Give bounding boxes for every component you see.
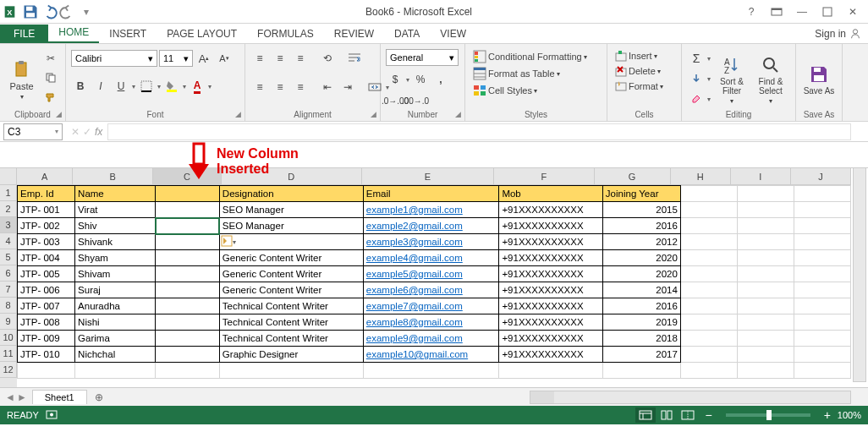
cell-C11[interactable] [156,347,220,363]
cell-F5[interactable]: +91XXXXXXXXXX [499,250,602,266]
cell-F6[interactable]: +91XXXXXXXXXX [499,266,602,282]
clear-icon[interactable] [687,90,706,108]
cell-E2[interactable]: example1@gmail.com [363,202,499,218]
row-header-8[interactable]: 8 [0,298,17,314]
sheet-nav-prev-icon[interactable]: ◄ [5,391,15,403]
fill-color-icon[interactable] [162,77,181,96]
zoom-level[interactable]: 100% [838,410,861,420]
cell-G3[interactable]: 2016 [602,218,680,234]
cell-C3[interactable] [156,218,220,234]
clipboard-launcher-icon[interactable]: ◢ [53,109,63,119]
orientation-icon[interactable]: ⟲ [318,49,337,68]
cell-I6[interactable] [737,266,794,282]
fill-icon[interactable] [687,69,706,88]
email-link[interactable]: example2@gmail.com [366,221,463,231]
cell-D5[interactable]: Generic Content Writer [219,250,363,266]
cell-G5[interactable]: 2020 [602,250,680,266]
column-header-G[interactable]: G [595,168,671,185]
name-box[interactable]: C3▾ [3,123,63,140]
row-header-5[interactable]: 5 [0,249,17,265]
cell-G6[interactable]: 2020 [602,266,680,282]
email-link[interactable]: example4@gmail.com [366,253,463,263]
row-header-10[interactable]: 10 [0,330,17,346]
cell-B10[interactable]: Garima [75,331,156,347]
cell-B11[interactable]: Nichchal [75,347,156,363]
redo-icon[interactable] [59,3,76,20]
cell-A4[interactable]: JTP- 003 [18,234,75,250]
cell-B8[interactable]: Anuradha [75,298,156,314]
email-link[interactable]: example6@gmail.com [366,285,463,295]
cell-A6[interactable]: JTP- 005 [18,266,75,282]
page-layout-view-icon[interactable] [656,407,677,423]
tab-data[interactable]: DATA [384,25,430,43]
cell-D2[interactable]: SEO Manager [219,202,363,218]
decrease-font-icon[interactable]: A▾ [215,49,233,68]
cell-H7[interactable] [680,282,737,298]
cell-F8[interactable]: +91XXXXXXXXXX [499,298,602,314]
email-link[interactable]: example7@gmail.com [366,301,463,311]
cell-H3[interactable] [680,218,737,234]
cell-C12[interactable] [156,363,220,379]
find-select-button[interactable]: Find & Select▾ [753,49,788,110]
column-header-E[interactable]: E [362,168,494,185]
minimize-icon[interactable]: — [790,3,814,20]
row-header-3[interactable]: 3 [0,217,17,233]
cell-F11[interactable]: +91XXXXXXXXXX [499,347,602,363]
close-icon[interactable]: ✕ [841,3,865,20]
cell-C7[interactable] [156,282,220,298]
insert-options-icon[interactable]: ▾ [221,235,236,247]
sheet-tab-sheet1[interactable]: Sheet1 [32,390,87,404]
tab-view[interactable]: VIEW [430,25,476,43]
cell-I8[interactable] [737,298,794,314]
select-all-corner[interactable] [0,168,17,185]
spreadsheet-grid[interactable]: ABCDEFGHIJ 123456789101112 Emp. IdNameDe… [0,167,868,387]
cell-J9[interactable] [794,314,850,331]
cell-F1[interactable]: Mob [499,186,602,202]
cell-E5[interactable]: example4@gmail.com [363,250,499,266]
cell-E9[interactable]: example8@gmail.com [363,314,499,331]
cell-G8[interactable]: 2016 [602,298,680,314]
number-format-combo[interactable]: General▾ [386,49,459,66]
number-launcher-icon[interactable]: ◢ [453,109,463,119]
cell-C10[interactable] [156,331,220,347]
cell-J3[interactable] [794,218,850,234]
font-size-combo[interactable]: 11▾ [159,50,193,67]
email-link[interactable]: example5@gmail.com [366,269,463,279]
cell-H2[interactable] [680,202,737,218]
cell-D8[interactable]: Technical Content Writer [219,298,363,314]
tab-formulas[interactable]: FORMULAS [247,25,324,43]
tab-page-layout[interactable]: PAGE LAYOUT [157,25,247,43]
cell-B3[interactable]: Shiv [75,218,156,234]
cell-D3[interactable]: SEO Manager [219,218,363,234]
column-header-I[interactable]: I [731,168,791,185]
border-icon[interactable] [137,77,156,96]
cell-A2[interactable]: JTP- 001 [18,202,75,218]
cell-E4[interactable]: example3@gmail.com [363,234,499,250]
cell-I5[interactable] [737,250,794,266]
italic-button[interactable]: I [91,77,110,96]
decrease-decimal-icon[interactable]: .00→.0 [406,91,425,110]
zoom-out-icon[interactable]: − [705,408,711,422]
paste-button[interactable]: Paste▾ [5,49,38,110]
cell-D7[interactable]: Generic Content Writer [219,282,363,298]
cell-H1[interactable] [680,186,737,202]
cell-styles-button[interactable]: Cell Styles▾ [470,83,590,98]
cell-H12[interactable] [680,363,737,379]
cell-I9[interactable] [737,314,794,331]
cell-H11[interactable] [680,347,737,363]
cell-B9[interactable]: Nishi [75,314,156,331]
cell-D10[interactable]: Technical Content Writer [219,331,363,347]
undo-icon[interactable] [41,3,58,20]
row-header-1[interactable]: 1 [0,185,17,201]
cell-A1[interactable]: Emp. Id [18,186,75,202]
cell-A8[interactable]: JTP- 007 [18,298,75,314]
cell-D1[interactable]: Designation [219,186,363,202]
cell-I2[interactable] [737,202,794,218]
fx-icon[interactable]: fx [95,126,102,138]
cell-J4[interactable] [794,234,850,250]
cell-J2[interactable] [794,202,850,218]
cell-G12[interactable] [602,363,680,379]
tab-review[interactable]: REVIEW [324,25,384,43]
cell-B12[interactable] [75,363,156,379]
row-header-9[interactable]: 9 [0,314,17,330]
